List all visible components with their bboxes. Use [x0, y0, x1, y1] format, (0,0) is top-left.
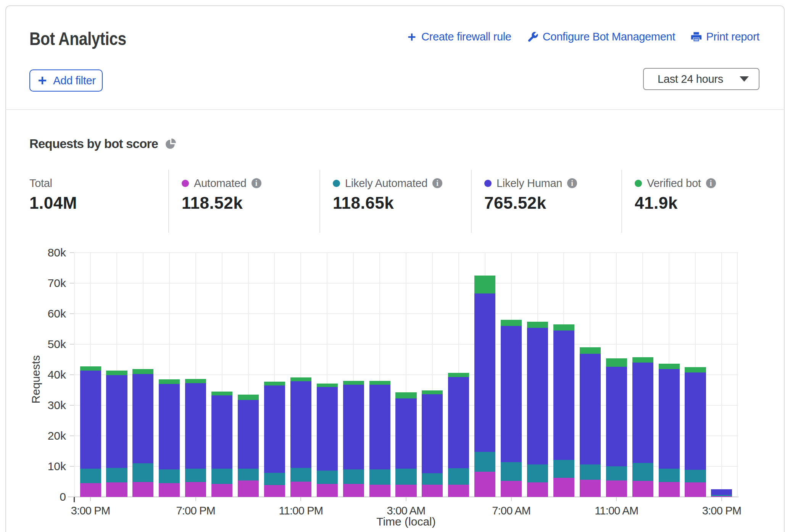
bar-400am-13[interactable] — [422, 390, 443, 497]
info-icon[interactable]: i — [252, 178, 261, 188]
bar-300pm-24[interactable] — [711, 489, 732, 497]
x-tick-mark — [406, 497, 406, 501]
configure-bot-management-link[interactable]: Configure Bot Management — [527, 31, 675, 43]
bar-100pm-22[interactable] — [659, 364, 680, 497]
y-tick-mark — [70, 313, 74, 314]
x-tick-label: 7:00 AM — [469, 504, 553, 517]
likely-human-dot — [484, 180, 492, 187]
bar-segment-automated — [211, 484, 232, 497]
bar-segment-automated — [159, 483, 180, 497]
bar-900am-18[interactable] — [553, 324, 574, 497]
stat-automated-value: 118.52k — [182, 193, 319, 213]
bar-segment-verified-bot — [632, 357, 653, 363]
bar-segment-likely-automated — [422, 473, 443, 485]
bar-1100am-20[interactable] — [606, 358, 627, 497]
stat-likely-human-label: Likely Human — [497, 177, 562, 190]
likely-automated-dot — [333, 180, 340, 187]
bar-segment-automated — [632, 481, 653, 497]
gridline-v — [721, 253, 722, 497]
stat-verified-bot-value: 41.9k — [635, 193, 772, 213]
bar-segment-likely-human — [132, 374, 153, 463]
y-tick-mark — [70, 252, 74, 253]
stat-automated: Automated i 118.52k — [168, 170, 319, 233]
bar-1000am-19[interactable] — [580, 347, 601, 497]
bar-segment-automated — [580, 480, 601, 497]
bar-segment-verified-bot — [501, 320, 522, 326]
stat-total: Total 1.04M — [29, 170, 168, 233]
bar-400pm-1[interactable] — [106, 371, 127, 497]
x-tick-label: 3:00 AM — [364, 504, 448, 517]
bar-100am-10[interactable] — [343, 381, 364, 497]
bar-1100pm-8[interactable] — [290, 377, 311, 497]
x-tick-mark — [721, 497, 722, 501]
add-filter-button[interactable]: Add filter — [29, 69, 103, 92]
info-icon[interactable]: i — [432, 178, 442, 188]
bar-500pm-2[interactable] — [132, 369, 153, 497]
y-tick-mark — [70, 344, 74, 345]
bar-segment-likely-automated — [238, 469, 259, 480]
bar-segment-likely-human — [317, 387, 338, 471]
bar-600pm-3[interactable] — [159, 379, 180, 497]
bar-1000pm-7[interactable] — [264, 382, 285, 497]
bar-800am-17[interactable] — [527, 322, 548, 497]
bar-segment-likely-automated — [185, 469, 206, 482]
bar-segment-automated — [106, 482, 127, 497]
info-icon[interactable]: i — [706, 178, 716, 188]
bar-segment-verified-bot — [159, 379, 180, 384]
plus-icon — [36, 74, 48, 87]
bar-segment-verified-bot — [185, 379, 206, 383]
bar-300pm-0[interactable] — [80, 366, 101, 497]
bar-segment-likely-automated — [80, 469, 101, 483]
y-tick-mark — [70, 497, 74, 497]
bar-segment-likely-automated — [448, 468, 469, 485]
bar-segment-verified-bot — [211, 392, 232, 395]
bar-segment-automated — [343, 484, 364, 497]
verified-bot-dot — [635, 180, 642, 187]
time-range-value: Last 24 hours — [658, 73, 723, 85]
bar-segment-verified-bot — [132, 369, 153, 374]
create-firewall-rule-link[interactable]: Create firewall rule — [406, 31, 511, 43]
bar-segment-verified-bot — [685, 367, 706, 372]
bar-segment-automated — [659, 482, 680, 497]
bar-segment-verified-bot — [369, 381, 390, 385]
bar-segment-verified-bot — [606, 358, 627, 367]
y-tick-mark — [70, 374, 74, 375]
bar-segment-automated — [422, 485, 443, 497]
print-report-link[interactable]: Print report — [690, 31, 759, 43]
stat-likely-automated-label: Likely Automated — [345, 177, 427, 190]
bar-segment-likely-automated — [527, 464, 548, 482]
bar-1200am-9[interactable] — [317, 384, 338, 497]
bar-200pm-23[interactable] — [685, 367, 706, 497]
bar-segment-likely-human — [238, 400, 259, 469]
y-tick-mark — [70, 466, 74, 467]
bar-700pm-4[interactable] — [185, 379, 206, 497]
x-tick-mark — [300, 497, 301, 501]
bar-segment-automated — [238, 480, 259, 497]
bar-segment-verified-bot — [290, 377, 311, 381]
bar-300am-12[interactable] — [395, 392, 416, 497]
y-tick-label: 50k — [20, 337, 66, 351]
bar-segment-automated — [448, 485, 469, 497]
bar-segment-verified-bot — [527, 322, 548, 328]
bar-200am-11[interactable] — [369, 381, 390, 497]
info-icon[interactable]: i — [567, 178, 577, 188]
stat-automated-label: Automated — [194, 177, 247, 190]
bar-segment-likely-human — [527, 328, 548, 464]
bar-1200pm-21[interactable] — [632, 357, 653, 497]
bar-900pm-6[interactable] — [238, 395, 259, 497]
automated-dot — [182, 180, 189, 187]
bar-500am-14[interactable] — [448, 373, 469, 497]
bar-600am-15[interactable] — [474, 276, 495, 497]
bar-700am-16[interactable] — [501, 320, 522, 497]
bar-segment-verified-bot — [343, 381, 364, 384]
bar-800pm-5[interactable] — [211, 392, 232, 497]
header-actions: Create firewall rule Configure Bot Manag… — [406, 31, 759, 43]
bar-segment-automated — [264, 485, 285, 497]
x-tick-label: 11:00 AM — [574, 504, 658, 517]
bar-segment-automated — [185, 482, 206, 497]
bar-segment-automated — [395, 485, 416, 497]
time-range-select[interactable]: Last 24 hours — [643, 68, 759, 90]
bar-segment-verified-bot — [659, 364, 680, 369]
bar-segment-verified-bot — [106, 371, 127, 375]
stat-likely-automated-value: 118.65k — [333, 193, 471, 213]
